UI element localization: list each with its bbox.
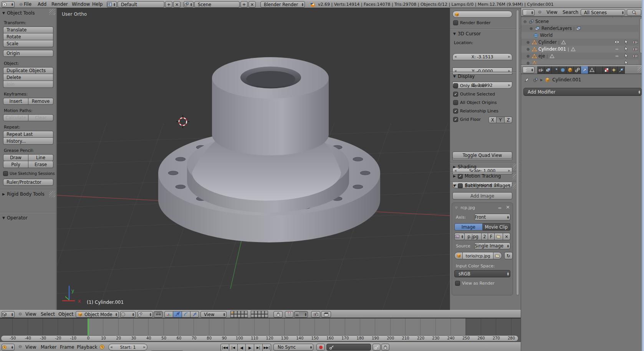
pivot-point-select[interactable] — [137, 311, 153, 318]
menu-object-3d[interactable]: Object — [58, 311, 73, 317]
lock-object-field[interactable] — [452, 11, 512, 18]
grid-axis-y-toggle[interactable]: Y — [497, 117, 504, 123]
timeline-ruler[interactable]: -50-40-30-20-100102030405060708090100110… — [1, 335, 518, 341]
pin-icon[interactable] — [524, 77, 529, 82]
outline-selected-checkbox[interactable] — [453, 92, 458, 97]
image-name-field[interactable]: p.jpg — [465, 233, 482, 240]
insert-keyframe-button[interactable]: Insert — [3, 98, 28, 105]
timeline-tracks[interactable] — [0, 318, 521, 335]
render-border-checkbox[interactable] — [453, 20, 458, 25]
outliner-search-button[interactable] — [627, 9, 641, 16]
timeline-menu-marker[interactable]: Marker — [41, 344, 56, 350]
grid-axis-x-toggle[interactable]: X — [488, 117, 497, 123]
bg-image-remove-icon[interactable]: × — [506, 204, 510, 210]
delete-keyframes-button[interactable] — [381, 344, 389, 351]
scene-delete-button[interactable]: × — [248, 1, 256, 8]
shading-collapse-icon[interactable]: ▶ — [453, 165, 456, 169]
menu-help[interactable]: Help — [92, 2, 103, 7]
outliner-item-label[interactable]: eje — [538, 53, 545, 59]
background-images-checkbox[interactable] — [458, 183, 463, 188]
duplicate-objects-button[interactable]: Duplicate Objects — [3, 67, 53, 74]
bg-source-movieclip-tab[interactable]: Movie Clip — [483, 223, 511, 231]
viewport-3d[interactable]: y x User Ortho (1) Cylinder.001 — [57, 8, 450, 310]
history-button[interactable]: History... — [3, 138, 53, 145]
calculate-paths-button[interactable]: Calculate — [3, 114, 28, 121]
only-render-checkbox[interactable] — [453, 83, 458, 88]
tab-object[interactable] — [566, 66, 574, 74]
outliner-menu-search[interactable]: Search — [563, 10, 578, 15]
expand-icon[interactable] — [529, 26, 533, 31]
lock-to-scene-button[interactable] — [273, 311, 283, 318]
timeline-menu-frame[interactable]: Frame — [60, 344, 74, 350]
outliner-item-label[interactable]: Cylinder — [538, 40, 557, 45]
tab-modifiers[interactable] — [581, 66, 588, 74]
window-resize-edge[interactable] — [642, 0, 644, 351]
visibility-eye-icon[interactable] — [614, 40, 619, 44]
menu-window[interactable]: Window — [72, 2, 90, 7]
bg-image-expand-icon[interactable]: ▽ — [455, 206, 457, 209]
jump-to-end-button[interactable]: ▶▶| — [263, 344, 271, 351]
outliner-item-label[interactable]: World — [540, 33, 553, 38]
bg-source-image-tab[interactable]: Image — [454, 223, 483, 231]
outliner-row-renderlayers[interactable]: RenderLayers | — [521, 25, 639, 32]
renderability-camera-icon[interactable] — [633, 46, 638, 51]
menu-select-3d[interactable]: Select — [41, 311, 55, 317]
timeline-menu-playback[interactable]: Playback — [77, 344, 98, 350]
visibility-eye-icon[interactable] — [614, 53, 619, 58]
outliner-row-world[interactable]: World — [521, 32, 639, 39]
gp-draw-button[interactable]: Draw — [3, 154, 28, 161]
screen-layout-add-button[interactable]: + — [165, 1, 172, 8]
join-button[interactable]: Join — [3, 81, 53, 88]
manipulator-toggle[interactable] — [154, 311, 163, 318]
tab-particles[interactable] — [610, 66, 618, 74]
image-unlink-button[interactable]: × — [503, 233, 510, 240]
collapse-menus-icon[interactable]: ⊖ — [19, 2, 23, 7]
motion-tracking-collapse-icon[interactable]: ▶ — [453, 174, 456, 178]
outliner-menu-view[interactable]: View — [546, 10, 557, 15]
translate-button[interactable]: Translate — [3, 26, 53, 33]
tab-render[interactable] — [537, 66, 545, 74]
manipulator-translate-button[interactable] — [173, 311, 182, 318]
bg-image-visibility-eye-icon[interactable] — [497, 205, 502, 210]
expand-icon[interactable] — [526, 47, 530, 51]
filepath-icon-button[interactable] — [454, 252, 463, 259]
editor-type-button-info[interactable] — [2, 1, 15, 8]
selectability-arrow-icon[interactable] — [624, 46, 629, 51]
opengl-render-anim-button[interactable] — [321, 311, 331, 318]
screen-layout-icon-button[interactable] — [107, 1, 117, 8]
relationship-lines-checkbox[interactable] — [453, 109, 458, 114]
motion-tracking-checkbox[interactable] — [458, 174, 463, 179]
outliner-row-cylinder[interactable]: Cylinder | — [521, 39, 639, 46]
expand-icon[interactable] — [526, 61, 530, 65]
remove-keyframe-button[interactable]: Remove — [28, 98, 53, 105]
scene-field[interactable]: Scene — [194, 1, 240, 8]
manipulator-scale-button[interactable] — [190, 311, 199, 318]
outliner-filter-select[interactable]: All Scenes — [581, 9, 625, 16]
cursor-3d[interactable] — [176, 115, 189, 128]
n-panel-scrollbar[interactable] — [516, 10, 519, 295]
manipulator-rotate-button[interactable] — [182, 311, 190, 318]
sketching-sessions-checkbox[interactable] — [3, 171, 8, 176]
prev-keyframe-button[interactable]: |◀ — [229, 344, 238, 351]
opengl-render-button[interactable] — [311, 311, 320, 318]
expand-icon[interactable] — [523, 20, 527, 24]
layers-widget[interactable] — [230, 311, 268, 318]
next-keyframe-button[interactable]: ▶| — [254, 344, 263, 351]
cursor-x-field[interactable]: X: -3.1513 — [452, 53, 512, 60]
outliner-item-label[interactable]: Scene — [535, 19, 549, 24]
scale-button[interactable]: Scale — [3, 40, 53, 47]
tab-constraints[interactable] — [574, 66, 581, 74]
outliner-row-cylinder-001[interactable]: Cylinder.001 | — [521, 46, 639, 53]
scene-icon-button[interactable] — [184, 1, 194, 8]
gp-erase-button[interactable]: Erase — [28, 161, 53, 168]
screen-layout-delete-button[interactable]: × — [173, 1, 180, 8]
collapse-menus-icon-outliner[interactable]: ⊖ — [538, 10, 541, 15]
manipulator-axes-button[interactable] — [164, 311, 173, 318]
image-fake-user-button[interactable]: F — [488, 233, 495, 240]
view-as-render-checkbox[interactable] — [455, 281, 460, 286]
expand-icon[interactable] — [526, 40, 530, 44]
insert-keyframes-button[interactable] — [372, 344, 381, 351]
keying-set-field[interactable] — [326, 344, 371, 351]
origin-button[interactable]: Origin — [3, 50, 53, 57]
source-select[interactable]: Single Image — [474, 242, 510, 249]
